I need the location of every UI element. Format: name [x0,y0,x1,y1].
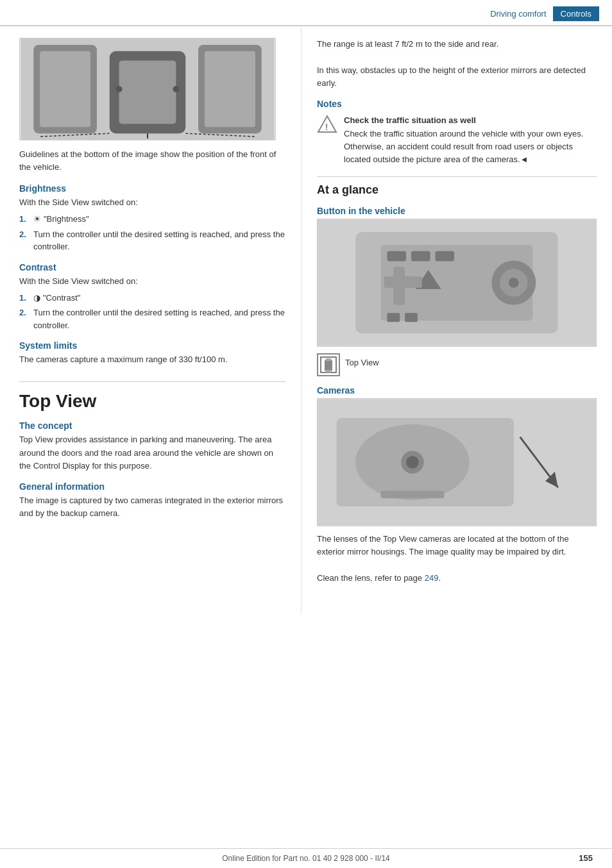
svg-point-22 [509,278,519,288]
notes-warning-line1: Check the traffic situation as well [344,114,597,127]
svg-point-38 [406,456,419,469]
vehicle-top-view-image [19,38,276,140]
cameras-text-2-prefix: Clean the lens, refer to page [317,573,425,583]
svg-text:!: ! [325,122,328,132]
contrast-intro: With the Side View switched on: [19,275,285,288]
breadcrumb-driving-comfort: Driving comfort [484,6,552,21]
svg-rect-32 [326,358,331,361]
contrast-step-2: 2. Turn the controller until the desired… [19,306,285,331]
system-limits-text: The cameras capture a maximum range of 3… [19,353,285,366]
contrast-steps: 1. ◑ "Contrast" 2. Turn the controller u… [19,292,285,332]
warning-icon: ! [317,114,337,135]
top-view-icon-svg [319,356,337,374]
button-in-vehicle-image [317,219,597,347]
concept-text: Top View provides assistance in parking … [19,433,285,472]
notes-heading: Notes [317,99,597,109]
step-num-1: 1. [19,213,33,226]
svg-rect-33 [326,370,331,372]
brightness-step-1: 1. ☀ "Brightness" [19,213,285,226]
top-view-icon-box [317,353,340,376]
sun-icon: ☀ [33,213,41,226]
general-info-heading: General information [19,481,285,492]
contrast-step-2-text: Turn the controller until the desired se… [33,306,285,331]
camera-svg [318,398,596,526]
contrast-step-num-1: 1. [19,292,33,305]
svg-point-12 [173,86,180,92]
svg-rect-29 [405,313,418,322]
svg-rect-28 [387,313,400,322]
footer-text: Online Edition for Part no. 01 40 2 928 … [222,854,390,863]
top-view-label: Top View [345,356,379,369]
left-column: Guidelines at the bottom of the image sh… [0,26,302,614]
svg-rect-9 [205,51,255,128]
svg-rect-3 [40,51,90,128]
footer: Online Edition for Part no. 01 40 2 928 … [0,848,612,868]
brightness-step-1-text: "Brightness" [44,213,89,226]
button-vehicle-svg [318,219,596,347]
breadcrumb-controls: Controls [553,6,599,21]
system-limits-heading: System limits [19,340,285,351]
breadcrumb-nav: Driving comfort Controls [484,6,599,21]
concept-heading: The concept [19,421,285,431]
camera-image [317,398,597,526]
at-a-glance-heading: At a glance [317,176,597,197]
notes-block: ! Check the traffic situation as well Ch… [317,114,597,166]
notes-text-block: Check the traffic situation as well Chec… [344,114,597,166]
notes-warning-text: Check the traffic situation around the v… [344,128,597,166]
brightness-heading: Brightness [19,183,285,194]
page-header: Driving comfort Controls [0,0,612,26]
range-text-2: In this way, obstacles up to the height … [317,64,597,90]
brightness-steps: 1. ☀ "Brightness" 2. Turn the controller… [19,213,285,253]
svg-rect-27 [384,276,422,288]
warning-triangle-svg: ! [317,114,337,135]
contrast-heading: Contrast [19,262,285,272]
svg-rect-31 [325,360,332,371]
cameras-text-1: The lenses of the Top View cameras are l… [317,533,597,558]
vehicle-caption: Guidelines at the bottom of the image sh… [19,148,285,173]
svg-point-11 [116,86,123,92]
svg-rect-5 [119,61,176,124]
svg-rect-23 [387,251,407,262]
main-content: Guidelines at the bottom of the image sh… [0,26,612,614]
svg-rect-25 [435,251,454,262]
page-number: 155 [579,853,593,863]
range-text-1: The range is at least 7 ft/2 m to the si… [317,38,597,51]
cameras-text-2: Clean the lens, refer to page 249. [317,572,597,585]
contrast-step-1-text: "Contrast" [43,292,80,305]
brightness-intro: With the Side View switched on: [19,196,285,209]
general-info-text: The image is captured by two cameras int… [19,494,285,520]
right-column: The range is at least 7 ft/2 m to the si… [302,26,612,614]
svg-rect-41 [381,490,445,498]
cameras-page-link[interactable]: 249 [425,573,439,583]
cameras-text-2-suffix: . [438,573,441,583]
contrast-icon: ◑ [33,292,40,305]
brightness-step-2: 2. Turn the controller until the desired… [19,228,285,253]
top-view-heading: Top View [19,381,285,412]
contrast-step-1: 1. ◑ "Contrast" [19,292,285,305]
contrast-step-num-2: 2. [19,306,33,319]
vehicle-svg [20,38,275,140]
top-view-icon-row: Top View [317,353,597,376]
step-num-2: 2. [19,228,33,241]
brightness-step-2-text: Turn the controller until the desired se… [33,228,285,253]
button-in-vehicle-heading: Button in the vehicle [317,206,597,216]
svg-rect-24 [411,251,430,262]
cameras-heading: Cameras [317,385,597,396]
